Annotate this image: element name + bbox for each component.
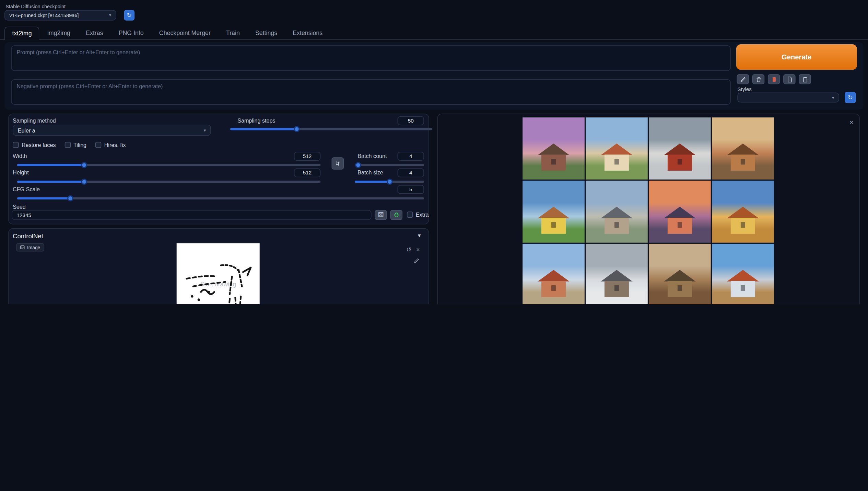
slider-track[interactable] [355, 164, 424, 166]
slider-track[interactable] [230, 128, 432, 130]
checkbox-box [13, 142, 19, 148]
gallery-image[interactable] [523, 244, 585, 304]
clipboard-icon [802, 76, 808, 82]
clear-prompt-button[interactable] [752, 74, 764, 84]
style-card-button[interactable] [768, 74, 780, 84]
styles-refresh-button[interactable]: ↻ [845, 92, 856, 103]
undo-icon[interactable]: ↺ [406, 247, 411, 253]
slider-fill [17, 164, 84, 166]
seed-random-button[interactable]: ⚄ [375, 210, 387, 220]
image-placeholder-art [614, 286, 619, 291]
tab-png-info[interactable]: PNG Info [111, 26, 151, 39]
tab-settings[interactable]: Settings [247, 26, 285, 39]
gallery-image[interactable] [649, 244, 711, 304]
image-placeholder-art [604, 218, 629, 234]
cfg-scale-slider[interactable] [17, 195, 424, 202]
sampling-steps-label: Sampling steps [237, 117, 275, 124]
paste-button[interactable] [737, 74, 749, 84]
dice-icon: ⚄ [378, 212, 384, 218]
checkpoint-select[interactable]: v1-5-pruned.ckpt [e1441589a6] ▾ [4, 10, 116, 21]
batch-size-label: Batch size [357, 170, 383, 176]
batch-size-slider[interactable] [355, 179, 424, 185]
app-window: Stable Diffusion checkpoint v1-5-pruned.… [0, 0, 868, 304]
sampling-method-select[interactable]: Euler a ▾ [13, 125, 211, 136]
checkbox-extra[interactable]: Extra [407, 212, 429, 218]
gallery-image[interactable] [712, 181, 774, 243]
slider-knob[interactable] [294, 126, 300, 132]
pencil-icon [740, 76, 746, 82]
gallery-image[interactable] [523, 181, 585, 243]
sampling-steps-slider[interactable] [230, 126, 432, 132]
tab-img2img[interactable]: img2img [39, 26, 78, 39]
checkbox-hires-fix[interactable]: Hires. fix [95, 142, 126, 148]
gallery-image[interactable] [712, 244, 774, 304]
controlnet-title: ControlNet [13, 233, 43, 239]
image-placeholder-art [538, 207, 570, 218]
tab-txt2img[interactable]: txt2img [4, 26, 39, 40]
slider-knob[interactable] [386, 179, 392, 185]
height-label: Height [13, 170, 29, 176]
gallery-image[interactable] [586, 181, 648, 243]
width-label: Width [13, 153, 27, 159]
batch-count-slider[interactable] [355, 162, 424, 168]
clear-canvas-icon[interactable]: × [416, 247, 420, 253]
tab-extensions[interactable]: Extensions [285, 26, 330, 39]
image-placeholder-art [538, 270, 570, 282]
checkbox-tiling[interactable]: Tiling [64, 142, 86, 148]
tab-extras[interactable]: Extras [78, 26, 111, 39]
image-placeholder-art [664, 270, 696, 282]
results-panel: × Save Zip Send to img2img Send to inpai… [437, 114, 860, 304]
checkbox-restore-faces[interactable]: Restore faces [13, 142, 56, 148]
width-slider[interactable] [17, 162, 320, 168]
seed-input[interactable] [12, 210, 372, 220]
image-placeholder-art [604, 155, 629, 171]
width-value[interactable]: 512 [294, 152, 320, 161]
checkpoint-refresh-button[interactable]: ↻ [124, 10, 134, 21]
tab-checkpoint-merger[interactable]: Checkpoint Merger [151, 26, 218, 39]
trash-icon [755, 76, 762, 82]
tab-train[interactable]: Train [218, 26, 247, 39]
gallery-image[interactable] [586, 117, 648, 180]
brush-icon[interactable] [413, 258, 420, 264]
close-gallery-icon[interactable]: × [849, 118, 854, 126]
batch-count-value[interactable]: 4 [397, 152, 424, 161]
seed-reuse-button[interactable]: ♻ [390, 210, 402, 220]
slider-track[interactable] [355, 181, 424, 183]
prompt-input[interactable] [11, 45, 731, 71]
slider-knob[interactable] [67, 195, 73, 202]
slider-track[interactable] [17, 197, 424, 199]
generate-button[interactable]: Generate [736, 44, 857, 70]
controlnet-image-tab[interactable]: Image [16, 243, 44, 251]
checkbox-label: Hires. fix [104, 142, 126, 148]
dimension-swap-button[interactable] [331, 157, 343, 169]
sampling-steps-value[interactable]: 50 [397, 116, 424, 125]
image-placeholder-art [727, 207, 759, 218]
apply-style-button[interactable] [799, 74, 811, 84]
gallery-image[interactable] [649, 117, 711, 180]
styles-label: Styles [737, 86, 752, 92]
checkpoint-value: v1-5-pruned.ckpt [e1441589a6] [9, 12, 79, 18]
slider-track[interactable] [17, 164, 320, 166]
checkbox-box[interactable] [407, 212, 413, 218]
slider-fill [17, 181, 84, 183]
cfg-scale-value[interactable]: 5 [397, 185, 424, 194]
collapse-icon[interactable]: ▼ [417, 233, 422, 238]
styles-select[interactable]: ▾ [737, 92, 839, 102]
height-value[interactable]: 512 [294, 169, 320, 178]
seed-label: Seed [13, 204, 26, 210]
prompt-tool-row [737, 74, 811, 84]
gallery-image[interactable] [649, 181, 711, 243]
save-style-button[interactable] [783, 74, 795, 84]
controlnet-drawing-canvas[interactable]: Start drawing [177, 243, 260, 304]
gallery-image[interactable] [586, 244, 648, 304]
slider-track[interactable] [17, 181, 320, 183]
gallery-image[interactable] [523, 117, 585, 180]
slider-knob[interactable] [81, 162, 87, 168]
gallery-image[interactable] [712, 117, 774, 180]
batch-size-value[interactable]: 4 [397, 169, 424, 178]
slider-knob[interactable] [81, 179, 87, 185]
negative-prompt-input[interactable] [11, 79, 731, 105]
image-placeholder-art [730, 281, 755, 297]
slider-knob[interactable] [355, 162, 361, 168]
height-slider[interactable] [17, 179, 320, 185]
